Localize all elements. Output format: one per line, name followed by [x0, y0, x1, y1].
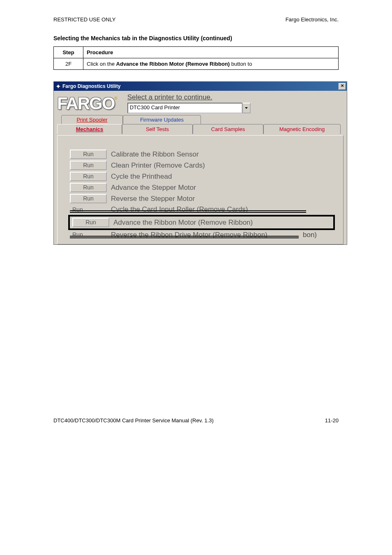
procedure-text: Click on the Advance the Ribbon Motor (R… — [83, 58, 339, 70]
tab-firmware-updates[interactable]: Firmware Updates — [123, 115, 201, 124]
action-cycle-head: Cycle the Printhead — [111, 173, 172, 181]
app-icon: ✦ — [55, 83, 61, 90]
chevron-down-icon[interactable] — [242, 103, 251, 113]
action-rev-stepper: Reverse the Stepper Motor — [111, 195, 195, 203]
tab-print-spooler[interactable]: Print Spooler — [61, 115, 123, 124]
tab-magnetic-encoding[interactable]: Magnetic Encoding — [263, 124, 341, 134]
proc-bold: Advance the Ribbon Motor (Remove Ribbon) — [116, 61, 230, 67]
company-label: Fargo Electronics, Inc. — [286, 16, 339, 23]
restricted-label: RESTRICTED USE ONLY — [53, 16, 115, 23]
footer-right: 11-20 — [325, 417, 339, 424]
run-button-cycle-head[interactable]: Run — [70, 172, 107, 181]
strike-line — [70, 210, 306, 213]
logo-tm: ® — [114, 96, 116, 101]
run-button-adv-stepper[interactable]: Run — [70, 183, 107, 192]
action-calibrate: Calibrate the Ribbon Sensor — [111, 150, 199, 159]
footer-left: DTC400/DTC300/DTC300M Card Printer Servi… — [53, 417, 214, 424]
highlight-box: Run Advance the Ribbon Motor (Remove Rib… — [68, 215, 335, 230]
tab-card-samples[interactable]: Card Samples — [193, 124, 263, 134]
tabs: Print Spooler Firmware Updates Mechanics… — [57, 115, 344, 136]
select-printer-caption: Select a printer to continue. — [127, 93, 251, 101]
section-heading: Selecting the Mechanics tab in the Diagn… — [53, 35, 339, 41]
run-button-rev-stepper[interactable]: Run — [70, 194, 107, 203]
run-button-calibrate[interactable]: Run — [70, 150, 107, 159]
ribbon-tail: bon) — [303, 231, 317, 239]
svg-marker-0 — [245, 107, 248, 109]
diagnostics-window: ✦ Fargo Diagnostics Utility ✕ FARGO® Sel… — [53, 81, 347, 245]
window-title: Fargo Diagnostics Utility — [62, 83, 339, 89]
step-header: Step — [54, 47, 83, 58]
run-button-clean[interactable]: Run — [70, 161, 107, 170]
mechanics-panel: Run Calibrate the Ribbon Sensor Run Clea… — [57, 135, 344, 244]
tab-self-tests[interactable]: Self Tests — [122, 124, 193, 134]
run-button-adv-ribbon[interactable]: Run — [72, 218, 109, 227]
action-adv-ribbon: Advance the Ribbon Motor (Remove Ribbon) — [113, 219, 253, 227]
close-icon[interactable]: ✕ — [339, 83, 346, 90]
proc-suffix: button to — [230, 61, 252, 67]
step-value: 2F — [54, 58, 83, 70]
logo-text: FARGO — [57, 94, 114, 113]
titlebar: ✦ Fargo Diagnostics Utility ✕ — [54, 82, 347, 91]
printer-combo[interactable]: DTC300 Card Printer — [127, 103, 251, 113]
strike-line-2 — [70, 236, 299, 238]
action-adv-stepper: Advance the Stepper Motor — [111, 184, 196, 192]
proc-prefix: Click on the — [87, 61, 116, 67]
procedure-table: Step Procedure 2F Click on the Advance t… — [53, 46, 339, 70]
procedure-header: Procedure — [83, 47, 339, 58]
tab-mechanics[interactable]: Mechanics — [57, 124, 122, 134]
fargo-logo: FARGO® — [57, 95, 124, 112]
tab-mechanics-label: Mechanics — [76, 126, 103, 133]
action-clean: Clean Printer (Remove Cards) — [111, 161, 205, 170]
printer-combo-value: DTC300 Card Printer — [127, 103, 242, 113]
